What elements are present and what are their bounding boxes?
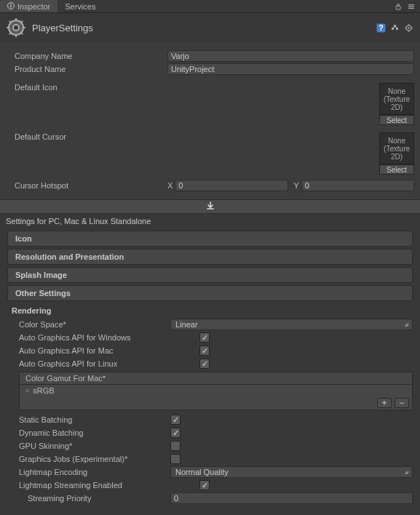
cursor-hotspot-y-input[interactable] [301, 180, 414, 191]
product-name-row: Product Name [0, 63, 420, 76]
cursor-hotspot-y-label: Y [294, 181, 299, 190]
color-space-row: Color Space* Linear ▴▾ [7, 318, 413, 331]
static-batching-row: Static Batching [7, 413, 413, 426]
platform-title: Settings for PC, Mac & Linux Standalone [0, 214, 420, 228]
color-space-dropdown[interactable]: Linear ▴▾ [170, 319, 413, 330]
default-cursor-box[interactable]: None (Texture 2D) [379, 132, 414, 164]
header-row: PlayerSettings ? [0, 13, 420, 42]
streaming-priority-label: Streaming Priority [28, 494, 170, 503]
streaming-priority-input[interactable] [170, 492, 413, 504]
svg-line-23 [395, 27, 397, 28]
svg-text:?: ? [379, 24, 383, 32]
lightmap-streaming-label: Lightmap Streaming Enabled [19, 481, 199, 490]
preset-icon[interactable] [389, 22, 400, 33]
settings-gear-icon [6, 17, 26, 38]
auto-api-win-checkbox[interactable] [199, 332, 210, 343]
svg-rect-3 [396, 6, 400, 9]
rendering-block: Rendering Color Space* Linear ▴▾ Auto Gr… [7, 303, 413, 508]
component-gear-icon[interactable] [403, 22, 414, 33]
tab-inspector[interactable]: Inspector [0, 0, 58, 12]
svg-line-15 [20, 21, 23, 23]
gpu-skinning-checkbox[interactable] [170, 441, 181, 451]
color-gamut-item-label: sRGB [33, 386, 54, 395]
rendering-header: Rendering [7, 303, 413, 318]
tab-services[interactable]: Services [58, 0, 103, 12]
product-name-label: Product Name [15, 65, 167, 73]
svg-rect-1 [10, 5, 11, 8]
tab-bar: Inspector Services [0, 0, 420, 13]
default-icon-row: Default Icon None (Texture 2D) Select [0, 81, 420, 127]
default-cursor-row: Default Cursor None (Texture 2D) Select [0, 131, 420, 176]
auto-api-win-label: Auto Graphics API for Windows [19, 333, 199, 342]
graphics-jobs-checkbox[interactable] [170, 454, 181, 464]
dropdown-arrows-icon: ▴▾ [405, 322, 408, 328]
info-icon [7, 2, 15, 11]
section-resolution[interactable]: Resolution and Presentation [7, 249, 413, 265]
streaming-priority-row: Streaming Priority [7, 492, 413, 505]
cursor-hotspot-label: Cursor Hotspot [15, 181, 167, 190]
lightmap-encoding-value: Normal Quality [175, 468, 229, 476]
svg-line-13 [20, 32, 23, 34]
color-gamut-item[interactable]: ≡ sRGB [20, 385, 412, 396]
company-name-label: Company Name [15, 52, 167, 60]
tab-services-label: Services [65, 2, 95, 11]
auto-api-linux-checkbox[interactable] [199, 359, 210, 369]
default-cursor-label: Default Cursor [15, 132, 167, 141]
default-icon-label: Default Icon [15, 83, 167, 92]
svg-rect-19 [392, 28, 394, 30]
svg-line-14 [9, 32, 12, 34]
lightmap-encoding-row: Lightmap Encoding Normal Quality ▴▾ [7, 466, 413, 479]
company-name-row: Company Name [0, 49, 420, 63]
color-gamut-header: Color Gamut For Mac* [20, 372, 412, 385]
static-batching-checkbox[interactable] [170, 415, 181, 425]
section-other[interactable]: Other Settings [7, 285, 413, 301]
context-menu-icon[interactable] [405, 1, 417, 12]
dynamic-batching-checkbox[interactable] [170, 428, 181, 438]
help-icon[interactable]: ? [375, 22, 387, 33]
svg-rect-4 [408, 4, 414, 5]
graphics-jobs-label: Graphics Jobs (Experimental)* [19, 455, 170, 463]
auto-api-mac-checkbox[interactable] [199, 346, 210, 356]
svg-point-25 [408, 27, 409, 28]
lightmap-streaming-row: Lightmap Streaming Enabled [7, 479, 413, 492]
lightmap-encoding-label: Lightmap Encoding [19, 468, 170, 476]
graphics-jobs-row: Graphics Jobs (Experimental)* [7, 452, 413, 466]
section-icon[interactable]: Icon [7, 231, 413, 247]
svg-point-2 [10, 3, 12, 4]
color-gamut-remove-button[interactable]: − [395, 398, 409, 408]
download-icon[interactable] [206, 201, 215, 212]
default-cursor-select-button[interactable]: Select [379, 164, 414, 175]
color-gamut-list: Color Gamut For Mac* ≡ sRGB + − [19, 372, 413, 410]
lock-icon[interactable] [392, 1, 404, 12]
gpu-skinning-label: GPU Skinning* [19, 442, 170, 450]
dynamic-batching-row: Dynamic Batching [7, 426, 413, 439]
default-icon-select-button[interactable]: Select [379, 115, 414, 125]
auto-api-linux-label: Auto Graphics API for Linux [19, 359, 199, 368]
company-name-input[interactable] [167, 50, 414, 62]
svg-rect-21 [394, 25, 396, 27]
gpu-skinning-row: GPU Skinning* [7, 439, 413, 452]
svg-line-22 [392, 27, 395, 28]
dynamic-batching-label: Dynamic Batching [19, 428, 170, 437]
section-splash[interactable]: Splash Image [7, 267, 413, 283]
dropdown-arrows-icon: ▴▾ [405, 469, 408, 476]
svg-rect-5 [408, 6, 414, 7]
auto-api-mac-label: Auto Graphics API for Mac [19, 346, 199, 355]
auto-api-linux-row: Auto Graphics API for Linux [7, 357, 413, 370]
cursor-hotspot-x-input[interactable] [175, 180, 288, 191]
page-title: PlayerSettings [32, 23, 369, 33]
cursor-hotspot-x-label: X [167, 181, 173, 190]
cursor-hotspot-row: Cursor Hotspot X Y [0, 179, 420, 192]
product-name-input[interactable] [167, 63, 414, 75]
static-batching-label: Static Batching [19, 415, 170, 424]
color-space-value: Linear [175, 320, 198, 329]
default-icon-box[interactable]: None (Texture 2D) [379, 83, 414, 115]
color-space-label: Color Space* [19, 320, 170, 329]
drag-grip-icon: ≡ [25, 387, 28, 394]
lightmap-streaming-checkbox[interactable] [199, 480, 210, 490]
color-gamut-add-button[interactable]: + [377, 398, 392, 408]
auto-api-win-row: Auto Graphics API for Windows [7, 331, 413, 344]
lightmap-encoding-dropdown[interactable]: Normal Quality ▴▾ [170, 466, 413, 478]
svg-line-12 [9, 21, 12, 23]
svg-rect-6 [408, 7, 414, 8]
